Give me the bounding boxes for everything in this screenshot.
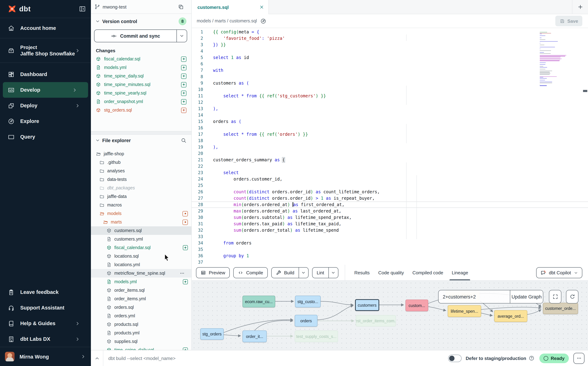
lint-button[interactable]: Lint [312,267,338,278]
expand-command-bar[interactable] [91,356,103,361]
sidebar-item-account-home[interactable]: Account home [0,18,91,38]
code-line-14[interactable]: 14 [192,112,588,118]
code-line-37[interactable]: 37 [192,259,588,265]
update-graph-button[interactable]: Update Graph [510,290,543,303]
code-line-1[interactable]: 1{{ config(meta = { [192,29,588,35]
code-line-4[interactable]: 4 [192,48,588,54]
changed-file-order_snapshot.yml[interactable]: order_snapshot.yml+ [91,97,191,106]
code-line-28[interactable]: 28 min(orders.ordered_at) as first_order… [192,201,588,208]
code-line-3[interactable]: 3}) }} [192,42,588,48]
tree-item-products.yml[interactable]: products.yml [91,329,191,337]
code-line-13[interactable]: 13), [192,106,588,112]
fullscreen-button[interactable] [549,290,561,304]
code-line-20[interactable]: 20 [192,150,588,157]
tree-item-products.sql[interactable]: products.sql [91,320,191,329]
code-line-11[interactable]: 11 select * from {{ ref('stg_customers')… [192,93,588,99]
commit-and-sync-button[interactable]: Commit and sync [94,30,187,42]
stage-file-button[interactable]: + [181,73,186,79]
preview-button[interactable]: Preview [196,267,230,278]
tree-item-orders.yml[interactable]: orders.yml [91,312,191,320]
code-line-25[interactable]: 25 [192,182,588,189]
changed-file-stg_orders.sql[interactable]: stg_orders.sql+ [91,106,191,114]
tree-item-.github[interactable]: .github [91,158,191,167]
code-line-26[interactable]: 26 count(distinct orders.order_id) as co… [192,189,588,195]
code-line-2[interactable]: 2 'favorite_food': 'pizza' [192,35,588,42]
code-line-12[interactable]: 12 [192,99,588,106]
tree-item-supplies.sql[interactable]: supplies.sql [91,337,191,346]
lineage-node-stg_orders[interactable]: stg_orders [200,328,224,340]
lineage-node-ecomraw_cu[interactable]: ecom.raw_cu... [243,296,275,307]
sidebar-item-help-guides[interactable]: Help & Guides [0,316,91,331]
changed-file-models.yml[interactable]: models.yml+ [91,63,191,72]
dbt-command-input[interactable] [103,356,448,361]
build-button[interactable]: Build [271,267,309,278]
tree-item-fiscal_calendar.sql[interactable]: fiscal_calendar.sql+ [91,244,191,252]
stage-file-button[interactable]: + [183,279,188,284]
compile-button[interactable]: Compile [233,267,268,278]
tree-item-data-tests[interactable]: data-tests [91,175,191,184]
refresh-graph-button[interactable] [566,290,578,304]
tree-item-customers.yml[interactable]: customers.yml [91,235,191,244]
sidebar-item-dbt-labs-dx[interactable]: dbt Labs DX [0,331,91,347]
tab-results[interactable]: Results [354,265,370,280]
stage-file-button[interactable]: + [181,82,186,87]
code-line-7[interactable]: 7with [192,67,588,74]
code-line-33[interactable]: 33 [192,233,588,240]
tab-code-quality[interactable]: Code quality [378,265,404,280]
tree-item-jaffle-shop[interactable]: jaffle-shop [91,150,191,158]
save-button[interactable]: Save [555,16,582,26]
stage-file-button[interactable]: + [183,348,188,350]
stage-file-button[interactable]: + [181,56,186,62]
commit-options-dropdown[interactable] [177,30,187,42]
code-line-27[interactable]: 27 count(distinct orders.order_id) > 1 a… [192,195,588,201]
code-line-30[interactable]: 30 sum(orders.subtotal) as lifetime_spen… [192,214,588,221]
code-line-17[interactable]: 17 select * from {{ ref('orders') }} [192,131,588,137]
copy-branch-icon[interactable] [178,4,184,10]
changed-file-fiscal_calendar.sql[interactable]: fiscal_calendar.sql+ [91,55,191,63]
code-line-10[interactable]: 10 [192,86,588,93]
defer-toggle[interactable] [448,354,461,362]
code-line-29[interactable]: 29 max(orders.ordered_at) as last_ordere… [192,208,588,214]
editor-scrollbar-thumb[interactable] [583,90,587,92]
stage-file-button[interactable]: + [181,99,186,104]
lineage-node-custom[interactable]: custom... [405,299,428,311]
tree-item-models.yml[interactable]: models.yml+ [91,277,191,286]
sidebar-item-project[interactable]: ProjectJaffle Shop Snowflake [0,38,91,63]
tree-item-orders.sql[interactable]: orders.sql [91,303,191,312]
code-line-5[interactable]: 5select 1 as id [192,54,588,61]
tree-item-jaffle-data[interactable]: jaffle-data [91,192,191,201]
code-line-36[interactable]: 36 group by 1 [192,253,588,259]
help-icon[interactable] [529,355,534,361]
tree-item-order_items.sql[interactable]: order_items.sql [91,286,191,295]
code-line-21[interactable]: 21customer_orders_summary as ( [192,157,588,163]
sidebar-item-deploy[interactable]: Deploy [0,98,91,113]
tree-item-macros[interactable]: macros [91,201,191,209]
code-line-18[interactable]: 18 [192,137,588,144]
explore-compass-icon[interactable] [260,18,266,24]
tree-item-order_items.yml[interactable]: order_items.yml [91,295,191,303]
code-line-8[interactable]: 8 [192,74,588,80]
lineage-node-order_it[interactable]: order_it... [243,330,267,342]
sidebar-collapse-icon[interactable] [79,5,86,12]
sidebar-item-dashboard[interactable]: Dashboard [0,67,91,82]
search-icon[interactable] [181,137,186,143]
sidebar-item-query[interactable]: Query [0,129,91,145]
code-line-34[interactable]: 34 from orders [192,240,588,246]
file-explorer-header[interactable]: File explorer [91,135,191,146]
lineage-node-test_order_items_com[interactable]: test_order_items_com... [356,315,396,327]
lineage-node-orders[interactable]: orders [295,315,317,327]
sidebar-item-leave-feedback[interactable]: Leave feedback [0,284,91,300]
stage-file-button[interactable]: + [181,91,186,96]
tree-item-models[interactable]: models [91,209,191,218]
lineage-node-customers[interactable]: customers [355,299,379,311]
changed-file-time_spine_minutes.sql[interactable]: time_spine_minutes.sql+ [91,80,191,89]
tree-item-analyses[interactable]: analyses [91,167,191,175]
tree-item-marts[interactable]: marts [91,218,191,226]
code-line-35[interactable]: 35 [192,246,588,253]
build-options-dropdown[interactable] [299,267,308,278]
code-line-16[interactable]: 16 [192,125,588,131]
version-control-header[interactable]: Version control 8 [91,14,191,29]
tab-lineage[interactable]: Lineage [452,265,468,280]
lineage-search-input[interactable] [439,290,510,303]
close-tab-icon[interactable] [259,5,264,10]
